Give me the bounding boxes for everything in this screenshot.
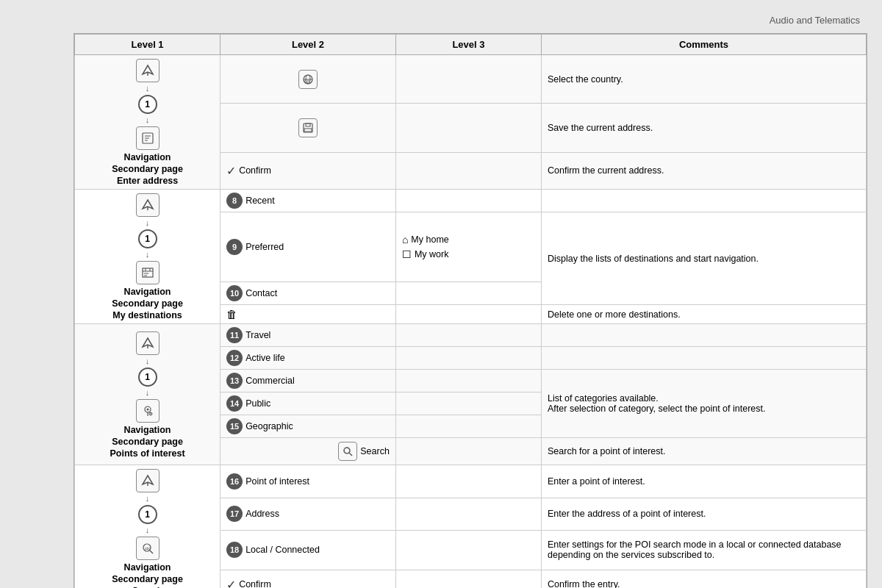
- num-badge-13: 13: [226, 373, 243, 389]
- comment-empty-travel: [542, 324, 867, 347]
- navigation-table: Level 1 Level 2 Level 3 Comments ↓ 1 ↓: [74, 34, 867, 588]
- comment-empty-active: [542, 347, 867, 370]
- level2-contact: 10 Contact: [220, 282, 396, 305]
- level3-empty-10: [395, 392, 541, 415]
- comment-enter-poi: Enter a point of interest.: [542, 465, 867, 498]
- level1-label-navigation-4: Navigation: [124, 562, 171, 573]
- level2-point-of-interest: 16 Point of interest: [220, 465, 396, 498]
- num-badge-11: 11: [226, 327, 243, 343]
- comment-delete-destinations: Delete one or more destinations.: [542, 305, 867, 324]
- level2-search-poi: Search: [220, 438, 396, 465]
- num-badge-8: 8: [226, 193, 243, 209]
- level1-search: ↓ 1 ↓ abc Navigation Secondary page Sear…: [75, 465, 220, 589]
- secondary-page-icon-3: 1: [138, 368, 157, 387]
- level3-empty-3: [395, 152, 541, 189]
- poi-icon: [136, 399, 159, 423]
- level1-content: ↓ 1 ↓ Navigation Secondary page Enter ad…: [81, 58, 214, 186]
- my-work-label: My work: [415, 249, 449, 259]
- level3-empty-13: [395, 465, 541, 498]
- level3-empty-7: [395, 324, 541, 347]
- arrow-down-icon-4: ↓: [146, 251, 150, 259]
- level3-preferred: ⌂ My home ☐ My work: [395, 212, 541, 282]
- num-badge-17: 17: [226, 506, 243, 522]
- search-icon: [338, 442, 357, 461]
- svg-line-33: [150, 551, 153, 553]
- level3-empty-8: [395, 347, 541, 370]
- nav-icon-4: [136, 469, 159, 492]
- list-item-my-work: ☐ My work: [402, 247, 535, 262]
- num-badge-9: 9: [226, 239, 243, 255]
- secondary-page-icon-4: 1: [138, 505, 157, 524]
- level3-empty-2: [395, 104, 541, 152]
- level2-active-life: 12 Active life: [220, 347, 396, 370]
- save-icon: [298, 118, 318, 137]
- nav-icon: [136, 59, 159, 82]
- comment-search-poi: Search for a point of interest.: [542, 438, 867, 465]
- level2-recent: 8 Recent: [220, 190, 396, 212]
- level1-label-enter-address: Enter address: [117, 176, 178, 186]
- level2-trash: 🗑: [220, 305, 396, 324]
- arrow-down-icon-2: ↓: [146, 116, 150, 124]
- comment-empty-recent: [542, 190, 867, 212]
- svg-text:GB: GB: [304, 79, 310, 84]
- level1-content-dest: ↓ 1 ↓ Navigation Secondary page My desti…: [81, 193, 214, 320]
- num-badge-10: 10: [226, 285, 243, 301]
- svg-line-29: [349, 453, 352, 456]
- svg-rect-10: [304, 123, 312, 132]
- level1-label-secondary-4: Secondary page: [112, 574, 183, 584]
- search-abc-icon: abc: [136, 537, 159, 560]
- svg-rect-12: [304, 129, 312, 132]
- header-title: Audio and Telematics: [770, 15, 860, 26]
- level2-confirm-2: ✓ Confirm: [220, 570, 396, 588]
- nav-icon-3: [136, 331, 159, 355]
- comment-save-address: Save the current address.: [542, 104, 867, 152]
- home-icon: ⌂: [402, 234, 408, 245]
- level3-empty-15: [395, 531, 541, 570]
- arrow-down-icon-3: ↓: [146, 219, 150, 227]
- secondary-page-icon: 1: [138, 95, 157, 114]
- comment-confirm-address: Confirm the current address.: [542, 152, 867, 189]
- checkmark-icon: ✓: [226, 164, 236, 178]
- arrow-down-icon-7: ↓: [146, 495, 150, 503]
- level3-empty-6: [395, 305, 541, 324]
- svg-rect-11: [306, 123, 310, 126]
- comment-select-country: Select the country.: [542, 55, 867, 104]
- trash-icon: 🗑: [226, 308, 237, 320]
- level2-geographic: 15 Geographic: [220, 415, 396, 438]
- svg-point-24: [146, 408, 148, 410]
- col-header-level2: Level 2: [220, 35, 396, 55]
- level3-empty-4: [395, 190, 541, 212]
- level1-label-secondary-2: Secondary page: [112, 298, 183, 309]
- comment-enter-address-poi: Enter the address of a point of interest…: [542, 498, 867, 531]
- level2-commercial-label: Commercial: [245, 376, 295, 386]
- level2-local-connected: 18 Local / Connected: [220, 531, 396, 570]
- level1-label-secondary: Secondary page: [112, 164, 183, 174]
- num-badge-14: 14: [226, 395, 243, 412]
- level2-search-label: Search: [360, 446, 390, 456]
- table-row: ↓ 1 ↓ Navigation Secondary page My desti…: [75, 190, 867, 212]
- level1-label-navigation-3: Navigation: [124, 425, 171, 435]
- level2-geographic-label: Geographic: [245, 421, 293, 431]
- globe-icon: GB: [298, 70, 318, 89]
- level1-label-navigation-2: Navigation: [124, 287, 171, 297]
- col-header-level1: Level 1: [75, 35, 220, 55]
- level3-empty-16: [395, 570, 541, 588]
- num-badge-18: 18: [226, 542, 243, 558]
- list-item-my-home: ⌂ My home: [402, 232, 535, 247]
- checkmark-icon-2: ✓: [226, 578, 236, 588]
- level1-enter-address: ↓ 1 ↓ Navigation Secondary page Enter ad…: [75, 55, 220, 190]
- comment-display-destinations: Display the lists of destinations and st…: [542, 212, 867, 305]
- level2-public: 14 Public: [220, 392, 396, 415]
- table-row: ↓ 1 ↓ abc Navigation Secondary page Sear…: [75, 465, 867, 498]
- num-badge-16: 16: [226, 473, 243, 490]
- page-header: Audio and Telematics: [15, 15, 867, 26]
- level3-empty-1: [395, 55, 541, 104]
- level1-my-destinations: ↓ 1 ↓ Navigation Secondary page My desti…: [75, 190, 220, 324]
- my-home-label: My home: [411, 234, 448, 245]
- level3-empty-9: [395, 370, 541, 392]
- level2-active-life-label: Active life: [245, 353, 285, 363]
- level3-empty-11: [395, 415, 541, 438]
- level2-confirm-label: Confirm: [239, 165, 271, 176]
- table-row: ↓ 1 ↓ Navigation Secondary page Enter ad…: [75, 55, 867, 104]
- level2-address-label: Address: [245, 509, 279, 519]
